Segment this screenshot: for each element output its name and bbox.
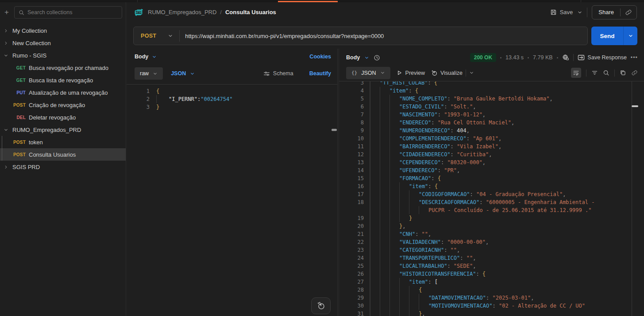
indent-guide [389,230,399,238]
code-token: , [428,230,431,238]
send-options-chevron[interactable] [623,27,637,45]
sidebar-item-busca-lista-de-revogacao[interactable]: GETBusca lista de revogação [0,74,126,86]
body-mode-select[interactable]: raw [135,67,163,80]
code-line: 31}, [339,310,644,316]
method-select[interactable]: POST [134,33,179,39]
code-token: : [438,111,444,119]
indent-guide [370,103,380,111]
sidebar-item-rumo-sgis[interactable]: Rumo - SGIS [0,49,126,62]
sidebar-item-my-collection[interactable]: My Collection [0,24,126,37]
code-token: : [451,127,457,135]
url-input[interactable] [180,33,587,39]
tab-body-response[interactable]: Body [346,54,360,61]
response-status-bar: 200 OK 13.43 s 7.79 KB Save Response ••• [470,53,638,62]
tab-body-request[interactable]: Body [135,54,148,60]
send-button[interactable]: Send [591,27,623,45]
indent-guide [370,158,380,166]
code-token: , [482,158,486,166]
new-item-button[interactable]: + [3,8,11,17]
word-wrap-icon[interactable] [571,68,581,78]
search-collections-box[interactable] [14,6,122,19]
link-icon[interactable] [631,69,638,76]
save-button[interactable]: Save [550,9,573,15]
indent-guide [380,310,389,316]
copy-icon[interactable] [620,69,626,76]
indent-guide [370,166,380,174]
code-token: : [444,246,450,254]
request-body-code: 1{2"I_PERNR":"00264754"3} [136,87,338,111]
indent-guide [370,111,380,119]
filter-icon[interactable] [591,69,598,76]
chevron-right-icon[interactable] [4,28,10,33]
indent-guide [409,294,419,302]
search-input[interactable] [27,9,118,15]
indent-guide [370,150,380,158]
scrollbar-track [632,81,632,316]
sidebar-item-deletar-revogacao[interactable]: DELDeletar revogação [0,111,126,123]
response-format-select[interactable]: {} JSON [346,67,390,79]
sidebar-item-atualizacao-de-uma-revogacao[interactable]: PUTAtualização de uma revogação [0,86,126,99]
chevron-right-icon[interactable] [4,41,10,46]
scrollbar-thumb[interactable] [332,129,337,131]
sidebar-item-consulta-usuarios[interactable]: POSTConsulta Usuarios [0,148,126,161]
response-body-viewer[interactable]: 3"TT_HIST_COLAB": {4"item": {5"NOME_COMP… [339,81,644,316]
code-line: 22"VALIDADECNH": "0000-00-00", [339,238,644,246]
save-options-chevron[interactable] [577,10,582,15]
sidebar-item-sgis-prd[interactable]: SGIS PRD [0,161,126,173]
sidebar-item-token[interactable]: POSTtoken [0,136,126,148]
beautify-link[interactable]: Beautify [309,70,331,77]
line-number: 15 [339,174,370,182]
line-number: 11 [339,143,370,150]
indent-guide [389,302,399,310]
dot-separator [528,57,529,58]
sidebar-item-new-collection[interactable]: New Collection [0,37,126,49]
code-token: "item" [409,182,428,190]
code-token: "DATAMOVIMENTACAO" [428,294,486,302]
history-icon[interactable] [374,54,380,61]
language-select[interactable]: JSON [171,70,195,77]
code-line: 23"CATEGORIACNH": "", [339,246,644,254]
request-body-editor[interactable]: 1{2"I_PERNR":"00264754"3} [127,84,338,316]
schema-button[interactable]: Schema [263,70,293,77]
chevron-down-icon[interactable] [4,53,10,58]
postbot-button[interactable] [311,297,331,314]
chevron-right-icon[interactable] [4,165,10,170]
code-token: "" [467,254,473,262]
line-number: 27 [339,278,370,286]
sidebar-item-criacao-de-revogacao[interactable]: POSTCriação de revogação [0,99,126,111]
indent-guide [380,150,389,158]
status-badge: 200 OK [470,53,496,62]
indent-guide [380,222,389,230]
sidebar-item-busca-revogacao-por-chamado[interactable]: GETBusca revogação por chamado [0,62,126,74]
cookies-link[interactable]: Cookies [309,54,331,60]
code-token: : [409,87,415,95]
indent-guide [380,230,389,238]
more-options-icon[interactable]: ••• [631,54,638,61]
save-icon [550,9,557,15]
request-label: Busca revogação por chamado [29,65,108,71]
indent-guide [389,143,399,150]
magic-wand-icon [431,70,437,76]
network-globe-icon[interactable] [562,54,569,61]
code-token: "NUMEROENDERECO" [399,127,451,135]
svg-text:HTTP: HTTP [135,11,142,14]
line-number: 25 [339,262,370,270]
chevron-down-icon[interactable] [4,127,10,132]
line-number: 19 [339,214,370,222]
indent-guide [389,150,399,158]
breadcrumb-collection[interactable]: RUMO_Empregados_PRD [148,9,216,15]
sidebar-item-rumo-empregados-prd[interactable]: RUMO_Empregados_PRD [0,123,126,136]
chevron-down-icon [190,71,195,76]
visualize-button[interactable]: Visualize [431,69,474,77]
copy-link-button[interactable] [621,9,636,16]
chevron-down-icon[interactable] [469,70,474,75]
search-icon[interactable] [603,69,609,76]
scrollbar-thumb[interactable] [632,105,638,107]
line-number: 12 [339,150,370,158]
preview-button[interactable]: Preview [397,70,425,76]
save-response-button[interactable]: Save Response [578,54,627,61]
chevron-down-icon[interactable] [152,54,157,59]
share-button[interactable]: Share [592,9,620,15]
chevron-down-icon[interactable] [364,55,369,60]
indent-guide [370,214,380,222]
